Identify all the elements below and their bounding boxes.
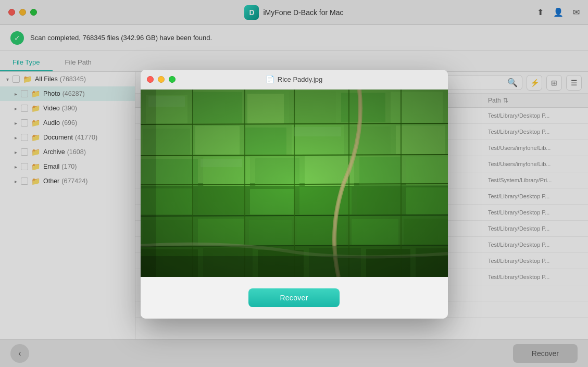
file-type-icon: 📄 xyxy=(266,75,274,83)
svg-rect-55 xyxy=(141,90,448,277)
modal-titlebar: 📄 Rice Paddy.jpg xyxy=(141,70,448,90)
recover-button-modal[interactable]: Recover xyxy=(248,288,339,307)
modal-title: 📄 Rice Paddy.jpg xyxy=(266,75,322,83)
modal-overlay: 📄 Rice Paddy.jpg xyxy=(0,0,588,367)
preview-image xyxy=(141,90,448,277)
svg-rect-56 xyxy=(141,90,156,277)
modal-filename: Rice Paddy.jpg xyxy=(278,75,322,83)
modal-close-button[interactable] xyxy=(147,76,154,83)
svg-rect-57 xyxy=(141,256,448,277)
modal-minimize-button[interactable] xyxy=(158,76,165,83)
modal-footer: Recover xyxy=(141,277,448,319)
modal-maximize-button[interactable] xyxy=(169,76,176,83)
preview-modal: 📄 Rice Paddy.jpg xyxy=(141,70,448,319)
